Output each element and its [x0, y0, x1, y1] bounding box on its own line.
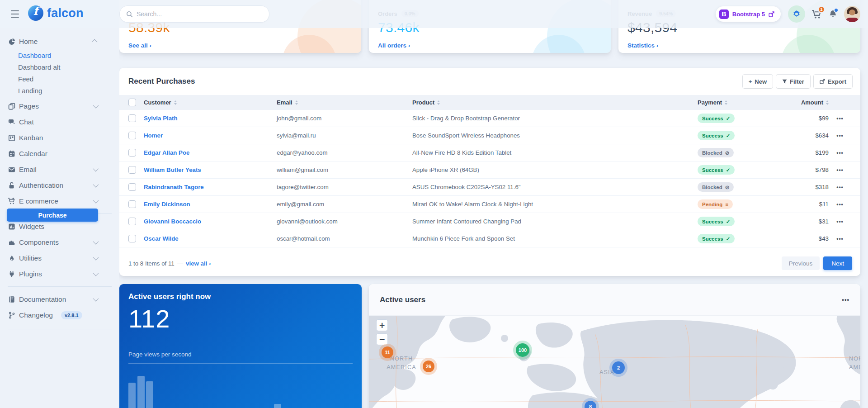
sidebar-item-authentication[interactable]: Authentication	[0, 177, 119, 193]
select-all-checkbox[interactable]	[128, 99, 136, 106]
row-checkbox[interactable]	[128, 235, 136, 242]
row-actions-menu[interactable]: •••	[836, 218, 844, 225]
notifications-button[interactable]	[828, 9, 838, 19]
row-actions-menu[interactable]: •••	[836, 150, 844, 156]
status-badge: Blocked⊘	[698, 182, 734, 192]
map-cluster-marker[interactable]: 100	[516, 343, 529, 357]
row-checkbox[interactable]	[128, 149, 136, 157]
status-badge: Success✓	[698, 217, 735, 226]
customer-link[interactable]: Oscar Wilde	[144, 235, 277, 242]
filter-button[interactable]: Filter	[776, 75, 810, 88]
row-checkbox[interactable]	[128, 132, 136, 139]
all-orders-link[interactable]: All orders ›	[378, 42, 410, 49]
sidebar-item-utilities[interactable]: Utilities	[0, 250, 119, 266]
customer-link[interactable]: Homer	[144, 132, 277, 139]
brand-name: falcon	[47, 6, 84, 20]
card-title: Active users	[380, 295, 425, 304]
map-cluster-marker[interactable]: 2	[612, 361, 625, 374]
envelope-icon	[8, 166, 15, 173]
cart-button[interactable]: 1	[811, 9, 822, 19]
export-button[interactable]: Export	[814, 75, 852, 88]
sidebar-item-home[interactable]: Home	[0, 33, 119, 49]
book-icon	[8, 295, 15, 303]
previous-button[interactable]: Previous	[782, 256, 820, 270]
sidebar-item-components[interactable]: Components	[0, 234, 119, 250]
column-header-payment[interactable]: Payment	[698, 99, 779, 106]
table-row: Edgar Allan Poe edgar@yahoo.com All-New …	[119, 144, 860, 161]
chevron-down-icon	[93, 182, 99, 188]
chevron-down-icon	[93, 270, 99, 276]
sidebar-item-pages[interactable]: Pages	[0, 98, 119, 114]
customer-link[interactable]: Giovanni Boccaccio	[144, 218, 277, 225]
map-cluster-marker[interactable]: 26	[423, 361, 434, 372]
falcon-logo-icon	[28, 5, 43, 21]
map-cluster-marker[interactable]: 11	[382, 346, 393, 358]
column-header-email[interactable]: Email	[277, 99, 412, 106]
email-cell: sylvia@mail.ru	[277, 132, 412, 139]
amount-cell: $99	[779, 115, 829, 122]
status-badge: Success✓	[698, 114, 735, 123]
customer-link[interactable]: Edgar Allan Poe	[144, 149, 277, 156]
customer-link[interactable]: Emily Dickinson	[144, 201, 277, 208]
map-label-north-america: NORTH AMERICA	[373, 355, 429, 372]
user-avatar[interactable]	[844, 6, 860, 22]
card-subtitle: Page views per second	[128, 351, 192, 358]
code-branch-icon	[8, 311, 15, 319]
sidebar-item-landing[interactable]: Landing	[0, 85, 119, 96]
divider	[128, 363, 353, 364]
sidebar-item-documentation[interactable]: Documentation	[0, 291, 119, 307]
sidebar-item-chat[interactable]: Chat	[0, 114, 119, 130]
row-checkbox[interactable]	[128, 218, 136, 225]
new-button[interactable]: +New	[743, 75, 773, 88]
row-actions-menu[interactable]: •••	[836, 115, 844, 122]
row-checkbox[interactable]	[128, 166, 136, 174]
column-header-customer[interactable]: Customer	[144, 99, 277, 106]
sidebar-item-calendar[interactable]: Calendar	[0, 146, 119, 161]
sidebar-item-feed[interactable]: Feed	[0, 73, 119, 85]
sidebar-item-kanban[interactable]: Kanban	[0, 130, 119, 146]
bootstrap5-badge[interactable]: B Bootstrap 5	[716, 6, 781, 22]
see-all-link[interactable]: See all ›	[128, 42, 151, 49]
customer-link[interactable]: Sylvia Plath	[144, 115, 277, 122]
statistics-link[interactable]: Statistics ›	[627, 42, 658, 49]
view-all-link[interactable]: view all ›	[186, 260, 211, 267]
email-cell: william@gmail.com	[277, 166, 412, 173]
column-header-product[interactable]: Product	[412, 99, 698, 106]
recent-purchases-card: Recent Purchases +New Filter Export Cust…	[119, 68, 860, 276]
search-input[interactable]	[137, 10, 263, 18]
status-badge: Pending≡	[698, 199, 733, 209]
map-zoom-out-button[interactable]: −	[376, 333, 388, 345]
sidebar-item-email[interactable]: Email	[0, 161, 119, 177]
sidebar-item-dashboard[interactable]: Dashboard	[0, 49, 119, 61]
brand-logo[interactable]: falcon	[28, 5, 84, 21]
row-actions-menu[interactable]: •••	[836, 133, 844, 139]
customer-link[interactable]: Rabindranath Tagore	[144, 184, 277, 190]
sidebar-toggle-button[interactable]	[11, 10, 19, 18]
purchase-button[interactable]: Purchase	[7, 209, 98, 222]
sidebar-item-dashboard-alt[interactable]: Dashboard alt	[0, 61, 119, 73]
amount-cell: $11	[779, 201, 829, 208]
row-actions-menu[interactable]: •••	[836, 236, 844, 242]
active-users-map-card: Active users •••	[369, 284, 860, 408]
check-icon: ✓	[726, 115, 731, 122]
row-checkbox[interactable]	[128, 114, 136, 122]
sidebar-item-ecommerce[interactable]: E commerce	[0, 193, 119, 209]
sidebar-item-plugins[interactable]: Plugins	[0, 266, 119, 282]
customer-link[interactable]: William Butler Yeats	[144, 166, 277, 173]
row-actions-menu[interactable]: •••	[836, 201, 844, 208]
card-menu-ellipsis[interactable]: •••	[842, 296, 849, 303]
row-checkbox[interactable]	[128, 183, 136, 191]
world-map[interactable]: + − NORTH AMERICA ASIA NORTH AMERICA 11 …	[369, 316, 860, 408]
map-zoom-in-button[interactable]: +	[376, 319, 388, 331]
sidebar-item-changelog[interactable]: Changelog v2.8.1	[0, 307, 119, 323]
next-button[interactable]: Next	[823, 256, 852, 270]
row-checkbox[interactable]	[128, 200, 136, 208]
product-cell: Munchkin 6 Piece Fork and Spoon Set	[412, 235, 698, 242]
row-actions-menu[interactable]: •••	[836, 184, 844, 190]
bootstrap-icon: B	[719, 9, 729, 19]
sidebar-nav: Home Dashboard Dashboard alt Feed Landin…	[0, 33, 119, 329]
settings-button[interactable]	[788, 5, 805, 23]
row-actions-menu[interactable]: •••	[836, 167, 844, 173]
card-title: Active users right now	[128, 292, 211, 301]
column-header-amount[interactable]: Amount	[779, 99, 829, 106]
